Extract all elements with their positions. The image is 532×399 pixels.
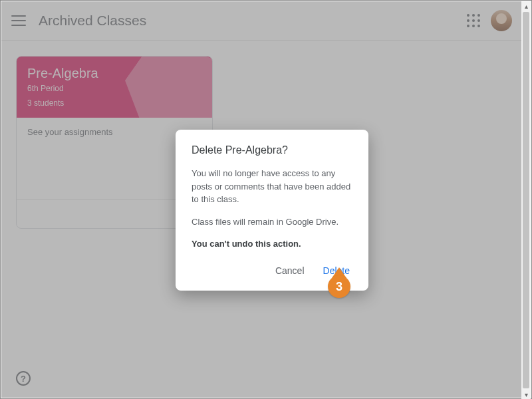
dialog-body: You will no longer have access to any po… xyxy=(192,167,352,251)
app-frame: ▴ ▾ Archived Classes Pre-Algebra 6t xyxy=(0,0,532,399)
dialog-paragraph-1: You will no longer have access to any po… xyxy=(192,167,352,206)
callout-bubble: 3 xyxy=(328,275,350,298)
scrollbar-up-arrow[interactable]: ▴ xyxy=(521,1,531,11)
scrollbar-thumb[interactable] xyxy=(523,12,529,388)
scrollbar-down-arrow[interactable]: ▾ xyxy=(521,390,531,399)
callout-step-number: 3 xyxy=(336,280,342,294)
delete-dialog: Delete Pre-Algebra? You will no longer h… xyxy=(176,130,368,291)
dialog-title: Delete Pre-Algebra? xyxy=(192,144,352,156)
cancel-button[interactable]: Cancel xyxy=(273,260,307,281)
dialog-warning: You can't undo this action. xyxy=(192,237,352,251)
scrollbar-track[interactable]: ▴ ▾ xyxy=(521,1,531,399)
step-callout: 3 xyxy=(327,267,351,301)
content-area: Archived Classes Pre-Algebra 6th Period … xyxy=(1,1,521,398)
dialog-paragraph-2: Class files will remain in Google Drive. xyxy=(192,215,352,229)
